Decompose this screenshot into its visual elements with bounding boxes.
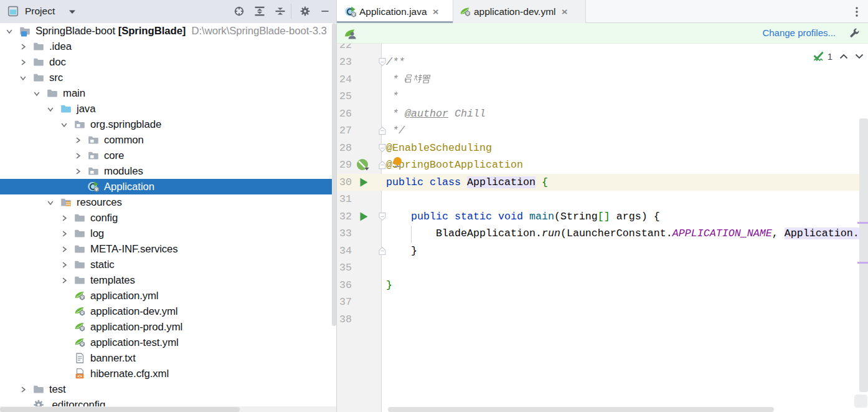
- svg-text:<>: <>: [77, 374, 82, 378]
